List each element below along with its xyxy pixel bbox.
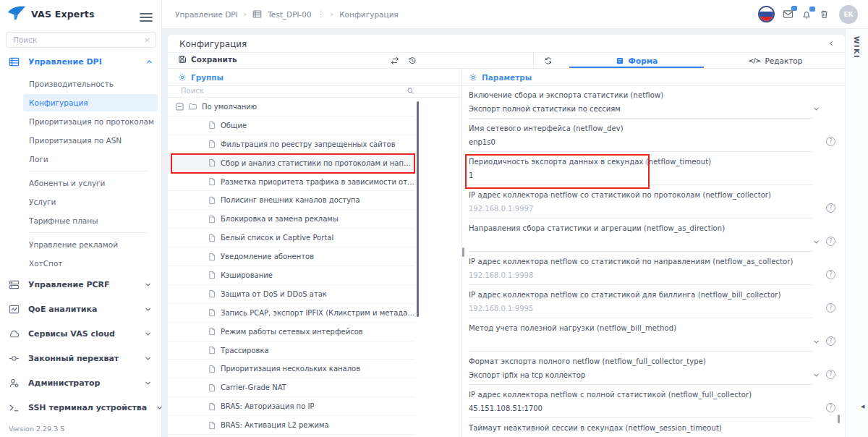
compare-icon[interactable] [391, 56, 399, 65]
tree-item-0[interactable]: По умолчанию [168, 98, 415, 116]
save-button[interactable]: Сохранить [178, 55, 237, 64]
tree-item-10[interactable]: Защита от DoS и DDoS атак [168, 285, 415, 304]
tree-item-9[interactable]: Кэширование [168, 266, 415, 285]
clear-search-icon[interactable]: × [144, 35, 150, 45]
groups-search-input[interactable] [179, 86, 385, 96]
sidebar-item-0[interactable]: Производительность [0, 75, 162, 93]
collapse-minus-icon[interactable] [176, 103, 184, 111]
param-value[interactable]: Экспорт полной статистики по сессиям [469, 105, 810, 113]
tree-item-15[interactable]: Carrier-Grade NAT [168, 378, 415, 397]
sidebar-section-3[interactable]: Законный перехват [0, 346, 162, 370]
tree-item-label: Кэширование [221, 271, 273, 279]
help-icon[interactable]: ? [826, 370, 835, 379]
bell-icon[interactable] [801, 9, 812, 20]
param-value[interactable]: 192.168.0.1:9995 [469, 305, 810, 313]
sidebar-item-1[interactable]: Конфигурация [23, 94, 158, 111]
tree-item-4[interactable]: Разметка приоритета трафика в зависимост… [168, 173, 415, 192]
language-flag-icon[interactable] [758, 6, 775, 22]
topbar-icons: EK [758, 5, 858, 24]
hamburger-menu-icon[interactable] [140, 11, 153, 24]
sidebar-section-dpi[interactable]: Управление DPI [0, 54, 162, 69]
chevron-down-icon[interactable] [812, 238, 820, 246]
chevron-down-icon [144, 355, 152, 362]
breadcrumb-separator: › [244, 9, 247, 19]
sidebar-section-0[interactable]: Управление PCRF [0, 272, 162, 297]
chevron-down-icon[interactable] [812, 338, 820, 346]
refresh-icon[interactable] [544, 56, 553, 65]
sidebar-section-4[interactable]: Администратор [0, 370, 162, 395]
trash-icon[interactable] [820, 9, 829, 19]
sidebar-item-2[interactable]: Приоритизация по протоколам [0, 112, 162, 131]
history-icon[interactable] [408, 56, 417, 65]
breadcrumb-config[interactable]: Конфигурация [339, 10, 399, 19]
user-avatar[interactable]: EK [839, 5, 858, 24]
tab-editor[interactable]: </> Редактор [739, 53, 812, 69]
tree-item-13[interactable]: Трассировка [168, 341, 415, 360]
param-value[interactable]: 1 [469, 171, 810, 179]
mail-badge [791, 6, 797, 11]
param-value[interactable]: Экспорт ipfix на tcp коллектор [469, 371, 810, 379]
help-icon[interactable]: ? [826, 203, 835, 213]
chevron-down-icon[interactable] [812, 105, 820, 113]
param-value[interactable]: 192.168.0.1:9998 [469, 271, 810, 279]
topbar: Управление DPI › Test_DPI-00 ⋮ › Конфигу… [162, 0, 868, 29]
rail-collapse-icon[interactable]: ◀ [861, 404, 864, 410]
tree-item-16[interactable]: BRAS: Авторизация по IP [168, 397, 415, 416]
gear-icon [469, 73, 477, 82]
sidebar-section-label: Сервисы VAS cloud [28, 329, 115, 339]
tree-item-label: Полисинг внешних каналов доступа [221, 196, 360, 204]
sidebar-item-10[interactable]: Управление рекламой [0, 235, 162, 254]
help-icon[interactable]: ? [826, 237, 835, 246]
breadcrumb-device[interactable]: Test_DPI-00 [268, 10, 312, 19]
search-icon[interactable] [407, 87, 414, 95]
sidebar-item-8[interactable]: Тарифные планы [0, 211, 162, 230]
param-field-netflow_dev: Имя сетевого интерфейса (netflow_dev)enp… [461, 119, 845, 152]
param-field-netflow: Включение сбора и экспорта статистики (n… [461, 85, 845, 119]
chevron-up-icon [145, 58, 153, 66]
sidebar-section-label: SSH терминал устройства [28, 403, 147, 412]
tree-item-5[interactable]: Полисинг внешних каналов доступа [168, 191, 415, 210]
help-icon[interactable]: ? [826, 137, 835, 146]
help-icon[interactable]: ? [826, 303, 835, 313]
param-label: Включение сбора и экспорта статистики (n… [469, 91, 810, 99]
wiki-tab[interactable]: WIKI [853, 36, 861, 59]
chevron-down-icon[interactable] [812, 371, 820, 379]
tree-item-8[interactable]: Уведомление абонентов [168, 247, 415, 266]
tree-item-1[interactable]: Общие [168, 116, 415, 135]
form-icon [616, 56, 624, 65]
collapse-panel-icon[interactable] [827, 40, 835, 47]
sidebar-section-5[interactable]: SSH терминал устройства [0, 395, 162, 420]
page-title: Конфигурация [179, 39, 247, 49]
sidebar-section-2[interactable]: Сервисы VAS cloud [0, 321, 162, 346]
param-value[interactable]: 192.168.0.1:9997 [469, 205, 810, 213]
bell-badge [809, 7, 815, 12]
help-icon[interactable]: ? [826, 336, 835, 346]
tree-item-2[interactable]: Фильтрация по реестру запрещенных сайтов [168, 135, 415, 154]
device-menu-icon[interactable]: ⋮ [318, 11, 325, 18]
sidebar-item-4[interactable]: Логи [0, 150, 162, 169]
sidebar-section-1[interactable]: QoE аналитика [0, 297, 162, 321]
param-value[interactable]: enp1s0 [469, 138, 810, 146]
tree-item-6[interactable]: Блокировка и замена рекламы [168, 210, 415, 229]
sidebar-section-label: Управление PCRF [28, 280, 110, 289]
tree-item-14[interactable]: Приоритизация нескольких каналов [168, 360, 415, 378]
mail-icon[interactable] [783, 9, 793, 20]
breadcrumb-dpi[interactable]: Управление DPI [175, 10, 238, 19]
param-value[interactable]: 45.151.108.51:1700 [469, 404, 810, 412]
tree-item-17[interactable]: BRAS: Активация L2 режима [168, 416, 415, 435]
doc-icon [208, 346, 216, 355]
sidebar-item-6[interactable]: Абоненты и услуги [0, 174, 162, 192]
groups-scrollbar[interactable] [417, 101, 419, 317]
help-icon[interactable]: ? [826, 270, 835, 279]
sidebar-item-7[interactable]: Услуги [0, 192, 162, 211]
sidebar-item-11[interactable]: ХотСпот [0, 254, 162, 273]
help-icon[interactable]: ? [826, 403, 835, 412]
tree-item-12[interactable]: Режим работы сетевых интерфейсов [168, 323, 415, 341]
tree-item-11[interactable]: Запись PCAP, экспорт IPFIX (Кликстрим и … [168, 304, 415, 323]
sidebar-item-3[interactable]: Приоритизация по ASN [0, 131, 162, 150]
cloud-icon [9, 328, 20, 339]
tree-item-3[interactable]: Сбор и анализ статистики по протоколам и… [168, 154, 415, 173]
sidebar-search-input[interactable] [12, 35, 144, 45]
active-tab-underline [569, 67, 704, 68]
tree-item-7[interactable]: Белый список и Captive Portal [168, 229, 415, 247]
